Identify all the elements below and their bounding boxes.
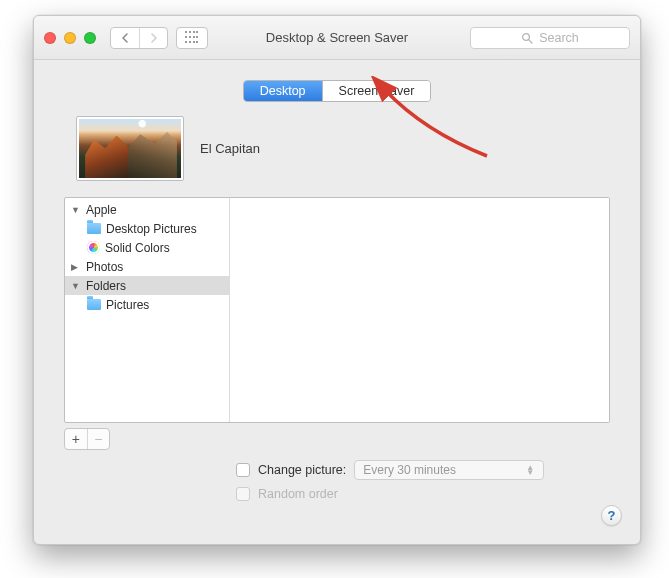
folder-icon xyxy=(87,223,101,234)
wallpaper-name: El Capitan xyxy=(200,141,260,156)
sidebar-group-folders[interactable]: ▼ Folders xyxy=(65,276,229,295)
sidebar-group-apple[interactable]: ▼ Apple xyxy=(65,200,229,219)
change-picture-interval-select[interactable]: Every 30 minutes ▲▼ xyxy=(354,460,544,480)
help-glyph: ? xyxy=(608,508,616,523)
tab-bar: Desktop Screen Saver xyxy=(56,80,618,102)
wallpaper-thumbnail[interactable] xyxy=(76,116,184,181)
sidebar-label: Solid Colors xyxy=(105,241,170,255)
window-controls xyxy=(44,32,96,44)
titlebar: Desktop & Screen Saver Search xyxy=(34,16,640,60)
options-panel: Change picture: Every 30 minutes ▲▼ Rand… xyxy=(64,458,610,506)
colorwheel-icon xyxy=(87,241,100,254)
sidebar-label: Folders xyxy=(86,279,126,293)
close-icon[interactable] xyxy=(44,32,56,44)
folder-icon xyxy=(87,299,101,310)
help-button[interactable]: ? xyxy=(601,505,622,526)
stepper-icon: ▲▼ xyxy=(525,465,535,475)
add-folder-button[interactable]: + xyxy=(65,429,87,449)
change-picture-label: Change picture: xyxy=(258,463,346,477)
content-area: Desktop Screen Saver El Capitan ▼ Apple … xyxy=(34,60,640,522)
preferences-window: Desktop & Screen Saver Search Desktop Sc… xyxy=(33,15,641,545)
change-picture-checkbox[interactable] xyxy=(236,463,250,477)
sidebar-label: Apple xyxy=(86,203,117,217)
sidebar-label: Pictures xyxy=(106,298,149,312)
sidebar-item-solid-colors[interactable]: Solid Colors xyxy=(65,238,229,257)
search-field[interactable]: Search xyxy=(470,27,630,49)
sidebar-item-pictures[interactable]: Pictures xyxy=(65,295,229,314)
source-split: ▼ Apple Desktop Pictures Solid Colors ▶ … xyxy=(64,197,610,423)
show-all-button[interactable] xyxy=(176,27,208,49)
sidebar-label: Desktop Pictures xyxy=(106,222,197,236)
tab-screen-saver[interactable]: Screen Saver xyxy=(322,81,431,101)
source-sidebar: ▼ Apple Desktop Pictures Solid Colors ▶ … xyxy=(65,198,230,422)
thumbnail-image xyxy=(79,119,181,178)
tab-desktop[interactable]: Desktop xyxy=(244,81,322,101)
back-button[interactable] xyxy=(111,28,139,48)
grid-icon xyxy=(185,31,199,45)
sidebar-group-photos[interactable]: ▶ Photos xyxy=(65,257,229,276)
sidebar-item-desktop-pictures[interactable]: Desktop Pictures xyxy=(65,219,229,238)
zoom-icon[interactable] xyxy=(84,32,96,44)
sidebar-label: Photos xyxy=(86,260,123,274)
disclosure-down-icon: ▼ xyxy=(71,281,81,291)
picture-grid xyxy=(230,198,609,422)
disclosure-right-icon: ▶ xyxy=(71,262,81,272)
nav-back-forward xyxy=(110,27,168,49)
select-value: Every 30 minutes xyxy=(363,463,456,477)
random-order-label: Random order xyxy=(258,487,338,501)
wallpaper-preview-row: El Capitan xyxy=(76,116,610,181)
search-placeholder: Search xyxy=(539,31,579,45)
minimize-icon[interactable] xyxy=(64,32,76,44)
random-order-checkbox xyxy=(236,487,250,501)
forward-button[interactable] xyxy=(139,28,167,48)
svg-line-1 xyxy=(529,39,532,42)
sidebar-toolbar: + − xyxy=(64,428,610,450)
remove-folder-button[interactable]: − xyxy=(87,429,110,449)
search-icon xyxy=(521,32,533,44)
add-remove-group: + − xyxy=(64,428,110,450)
disclosure-down-icon: ▼ xyxy=(71,205,81,215)
